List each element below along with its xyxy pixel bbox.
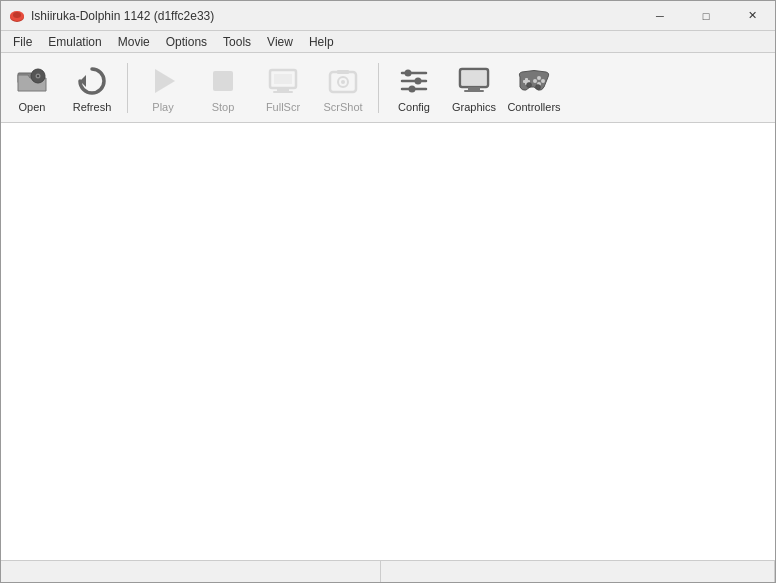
svg-point-6	[37, 75, 39, 77]
controllers-label: Controllers	[507, 101, 560, 113]
fullscreen-label: FullScr	[266, 101, 300, 113]
svg-point-35	[536, 84, 541, 89]
svg-marker-8	[155, 69, 175, 93]
config-icon	[396, 63, 432, 99]
app-icon	[9, 8, 25, 24]
play-button[interactable]: Play	[134, 57, 192, 119]
stop-icon	[205, 63, 241, 99]
toolbar-separator-1	[127, 63, 128, 113]
menu-help[interactable]: Help	[301, 33, 342, 51]
fullscreen-icon	[265, 63, 301, 99]
menu-tools[interactable]: Tools	[215, 33, 259, 51]
play-icon	[145, 63, 181, 99]
stop-button[interactable]: Stop	[194, 57, 252, 119]
svg-point-22	[415, 77, 422, 84]
title-text: Ishiiruka-Dolphin 1142 (d1ffc2e33)	[31, 9, 214, 23]
refresh-label: Refresh	[73, 101, 112, 113]
refresh-button[interactable]: Refresh	[63, 57, 121, 119]
svg-rect-27	[464, 90, 484, 92]
status-bar	[1, 560, 775, 582]
svg-point-16	[341, 80, 345, 84]
toolbar: Open Refresh Play Stop	[1, 53, 775, 123]
menu-movie[interactable]: Movie	[110, 33, 158, 51]
svg-rect-9	[213, 71, 233, 91]
status-right	[381, 561, 775, 582]
graphics-label: Graphics	[452, 101, 496, 113]
open-icon	[14, 63, 50, 99]
svg-point-34	[527, 82, 532, 87]
svg-rect-26	[468, 87, 480, 90]
play-label: Play	[152, 101, 173, 113]
svg-rect-11	[277, 88, 289, 91]
svg-rect-13	[274, 74, 292, 84]
title-bar: Ishiiruka-Dolphin 1142 (d1ffc2e33) ─ □ ✕	[1, 1, 775, 31]
refresh-icon	[74, 63, 110, 99]
menu-emulation[interactable]: Emulation	[40, 33, 109, 51]
svg-rect-12	[273, 91, 293, 93]
config-button[interactable]: Config	[385, 57, 443, 119]
scrshot-button[interactable]: ScrShot	[314, 57, 372, 119]
fullscreen-button[interactable]: FullScr	[254, 57, 312, 119]
open-button[interactable]: Open	[3, 57, 61, 119]
svg-rect-17	[337, 70, 349, 74]
close-button[interactable]: ✕	[729, 1, 775, 31]
controllers-icon	[516, 63, 552, 99]
svg-point-31	[541, 79, 545, 83]
svg-point-2	[13, 12, 21, 18]
minimize-button[interactable]: ─	[637, 1, 683, 31]
toolbar-separator-2	[378, 63, 379, 113]
status-left	[1, 561, 381, 582]
menu-file[interactable]: File	[5, 33, 40, 51]
graphics-button[interactable]: Graphics	[445, 57, 503, 119]
svg-point-21	[405, 69, 412, 76]
graphics-icon	[456, 63, 492, 99]
open-label: Open	[19, 101, 46, 113]
title-left: Ishiiruka-Dolphin 1142 (d1ffc2e33)	[9, 8, 214, 24]
config-label: Config	[398, 101, 430, 113]
svg-point-23	[409, 85, 416, 92]
stop-label: Stop	[212, 101, 235, 113]
menu-bar: File Emulation Movie Options Tools View …	[1, 31, 775, 53]
scrshot-label: ScrShot	[323, 101, 362, 113]
svg-rect-25	[462, 71, 486, 85]
title-buttons: ─ □ ✕	[637, 1, 775, 31]
svg-point-33	[533, 79, 537, 83]
menu-options[interactable]: Options	[158, 33, 215, 51]
scrshot-icon	[325, 63, 361, 99]
maximize-button[interactable]: □	[683, 1, 729, 31]
controllers-button[interactable]: Controllers	[505, 57, 563, 119]
menu-view[interactable]: View	[259, 33, 301, 51]
svg-point-30	[537, 76, 541, 80]
main-content	[1, 123, 775, 560]
